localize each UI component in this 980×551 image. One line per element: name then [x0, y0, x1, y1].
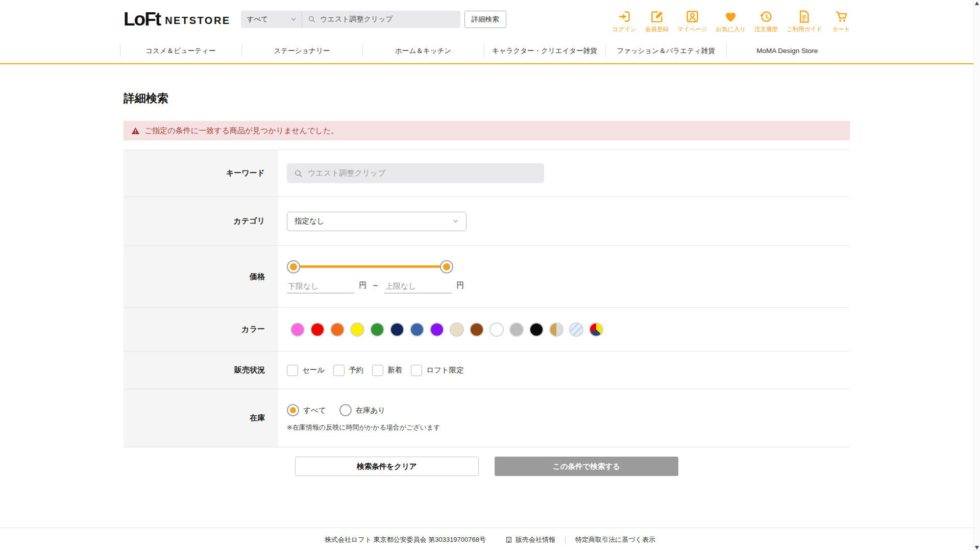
- price-max-input[interactable]: [384, 281, 452, 293]
- footer-company-info-link[interactable]: 販売会社情報: [505, 535, 555, 544]
- search-category-value: すべて: [247, 15, 268, 24]
- footer-legal-label: 特定商取引法に基づく表示: [575, 535, 655, 544]
- search-icon: [294, 169, 303, 178]
- status-checkbox-option[interactable]: ロフト限定: [411, 365, 464, 376]
- price-slider-handle-min[interactable]: [287, 260, 300, 273]
- nav-category-item[interactable]: ファッション＆バラエティ雑貨: [605, 38, 727, 63]
- quicklink-cart[interactable]: カート: [831, 10, 851, 33]
- nav-category-item[interactable]: MoMA Design Store: [726, 38, 848, 63]
- checkbox[interactable]: [411, 365, 422, 376]
- no-results-alert: ご指定の条件に一致する商品が見つかりませんでした。: [124, 121, 850, 140]
- color-label: カラー: [124, 308, 278, 351]
- price-label: 価格: [124, 246, 278, 307]
- radio-circle[interactable]: [287, 404, 299, 416]
- scrollbar-down-arrow[interactable]: [975, 546, 979, 549]
- color-swatch[interactable]: [330, 322, 345, 337]
- browser-scrollbar[interactable]: [973, 0, 980, 551]
- checkbox-label: セール: [302, 365, 325, 375]
- quicklink-label: ログイン: [612, 26, 636, 33]
- footer-legal-link[interactable]: 特定商取引法に基づく表示: [575, 535, 655, 544]
- color-swatch[interactable]: [509, 322, 524, 337]
- cart-icon: [835, 10, 848, 23]
- quicklink-label: お気に入り: [716, 26, 746, 33]
- color-swatch[interactable]: [470, 322, 484, 337]
- quicklink-order-history[interactable]: 注文履歴: [754, 10, 778, 33]
- checkbox[interactable]: [372, 365, 383, 376]
- keyword-label: キーワード: [124, 150, 278, 196]
- color-swatch[interactable]: [589, 322, 603, 337]
- stock-options: すべて 在庫あり: [287, 404, 399, 416]
- category-nav-items: コスメ＆ビューティー ステーショナリー ホーム＆キッチン キャラクター・クリエイ…: [120, 38, 848, 63]
- logo-loft-text: LoFt: [124, 9, 160, 30]
- radio-circle[interactable]: [339, 404, 352, 416]
- price-unit-min: 円: [359, 281, 366, 290]
- color-swatch[interactable]: [290, 322, 305, 337]
- color-swatch[interactable]: [489, 322, 504, 337]
- footer-divider: [565, 536, 566, 543]
- color-swatch[interactable]: [390, 322, 404, 337]
- scrollbar-up-arrow[interactable]: [975, 2, 979, 5]
- color-swatch[interactable]: [529, 322, 544, 337]
- advanced-search-main: 詳細検索 ご指定の条件に一致する商品が見つかりませんでした。 キーワード カテゴ…: [124, 91, 850, 476]
- nav-category-item[interactable]: コスメ＆ビューティー: [120, 38, 241, 63]
- sales-status-row: 販売状況 セール 予約: [124, 352, 850, 389]
- quicklink-label: 注文履歴: [754, 26, 778, 33]
- header-search-field[interactable]: [302, 11, 460, 28]
- nav-category-item[interactable]: ホーム＆キッチン: [362, 38, 484, 63]
- keyword-field[interactable]: [287, 163, 544, 183]
- price-inputs: 円 ～ 円: [287, 281, 469, 293]
- category-row: カテゴリ 指定なし: [124, 197, 850, 246]
- mypage-icon: [685, 10, 699, 23]
- no-results-message: ご指定の条件に一致する商品が見つかりませんでした。: [144, 126, 338, 136]
- quicklink-mypage[interactable]: マイページ: [677, 10, 707, 33]
- chevron-down-icon: [452, 218, 459, 224]
- quicklink-favorites[interactable]: お気に入り: [716, 10, 746, 33]
- status-checkbox-option[interactable]: セール: [287, 365, 325, 376]
- price-slider-handle-max[interactable]: [440, 260, 453, 273]
- nav-category-item[interactable]: キャラクター・クリエイター雑貨: [484, 38, 605, 63]
- search-category-dropdown[interactable]: すべて: [241, 11, 302, 28]
- loft-logo[interactable]: LoFt NETSTORE: [124, 9, 231, 30]
- quicklink-register[interactable]: 会員登録: [645, 10, 669, 33]
- search-icon: [308, 15, 316, 23]
- form-actions: 検索条件をクリア この条件で検索する: [124, 457, 850, 476]
- header-search-input[interactable]: [320, 15, 460, 23]
- color-row: カラー: [124, 308, 850, 352]
- price-min-input[interactable]: [287, 281, 354, 293]
- color-swatch[interactable]: [410, 322, 424, 337]
- sales-status-label: 販売状況: [124, 352, 278, 389]
- clear-conditions-button[interactable]: 検索条件をクリア: [295, 457, 479, 476]
- nav-category-item[interactable]: ステーショナリー: [241, 38, 363, 63]
- keyword-input[interactable]: [308, 169, 537, 178]
- footer-company-info-label: 販売会社情報: [516, 535, 555, 544]
- search-condition-form: キーワード カテゴリ 指定なし: [124, 149, 850, 447]
- radio-label: すべて: [303, 406, 326, 415]
- quicklink-guide[interactable]: ご利用ガイド: [787, 10, 822, 33]
- color-swatch[interactable]: [430, 322, 444, 337]
- color-swatch[interactable]: [450, 322, 464, 337]
- stock-radio-option[interactable]: 在庫あり: [339, 404, 386, 416]
- keyword-row: キーワード: [124, 150, 850, 197]
- color-swatch[interactable]: [350, 322, 364, 337]
- checkbox-label: 予約: [349, 365, 363, 375]
- chevron-down-icon: [290, 16, 297, 22]
- checkbox[interactable]: [287, 365, 298, 376]
- site-footer: 株式会社ロフト 東京都公安委員会 第303319700768号 販売会社情報 特…: [0, 528, 980, 551]
- status-checkbox-option[interactable]: 予約: [333, 365, 363, 376]
- stock-radio-option[interactable]: すべて: [287, 404, 326, 416]
- stock-label: 在庫: [124, 389, 278, 447]
- color-swatch[interactable]: [569, 322, 583, 337]
- slider-track: [293, 265, 447, 268]
- search-with-conditions-button[interactable]: この条件で検索する: [495, 457, 678, 476]
- category-select[interactable]: 指定なし: [287, 212, 467, 231]
- color-swatch[interactable]: [549, 322, 564, 337]
- loft-netstore-advanced-search-page: LoFt NETSTORE すべて 詳細検索 ログイン: [0, 0, 980, 551]
- advanced-search-button[interactable]: 詳細検索: [464, 11, 506, 28]
- color-swatch[interactable]: [310, 322, 325, 337]
- status-checkbox-option[interactable]: 新着: [372, 365, 402, 376]
- quicklink-login[interactable]: ログイン: [612, 10, 636, 33]
- checkbox[interactable]: [333, 365, 345, 376]
- color-swatch[interactable]: [370, 322, 384, 337]
- category-selected-value: 指定なし: [295, 216, 325, 226]
- price-unit-max: 円: [456, 281, 464, 290]
